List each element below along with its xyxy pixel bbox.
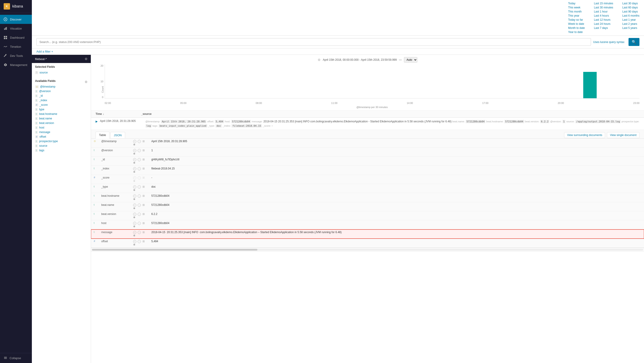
time-week-to-date[interactable]: Week to date [568, 22, 585, 25]
search-input[interactable] [36, 38, 591, 46]
field-name-message[interactable]: message [39, 131, 50, 134]
time-last-7d[interactable]: Last 7 days [594, 26, 613, 29]
sidebar-item-management[interactable]: Management [0, 60, 32, 69]
field-name-beat-name[interactable]: beat.name [39, 117, 52, 120]
field-name-type[interactable]: type [39, 108, 44, 111]
field-name-timestamp[interactable]: @timestamp [40, 85, 56, 88]
sidebar-item-devtools[interactable]: Dev Tools [0, 51, 32, 60]
field-name-id[interactable]: _id [39, 94, 43, 97]
exists-filter-icon[interactable]: ✱ [133, 207, 136, 210]
filter-minus-icon[interactable]: − [138, 204, 141, 207]
time-today-so-far[interactable]: Today so far [568, 18, 585, 21]
column-toggle-icon[interactable]: ⊞ [142, 203, 145, 207]
filter-minus-icon[interactable]: − [138, 185, 141, 189]
filter-minus-icon[interactable]: − [138, 176, 141, 179]
column-toggle-icon[interactable]: ⊞ [142, 149, 145, 152]
exists-filter-icon[interactable]: ✱ [133, 143, 136, 146]
chart-settings-button[interactable]: ⚙ [318, 58, 321, 62]
filter-minus-icon[interactable]: − [138, 158, 141, 161]
exists-filter-icon[interactable]: ✱ [133, 216, 136, 219]
column-toggle-icon[interactable]: ⊞ [142, 231, 145, 234]
filter-plus-icon[interactable]: + [133, 176, 136, 179]
field-name-tags[interactable]: tags [39, 149, 44, 152]
field-name-source[interactable]: source [39, 144, 47, 147]
search-button[interactable]: 🔍 [628, 38, 640, 46]
sidebar-item-timelion[interactable]: Timelion [0, 42, 32, 51]
column-toggle-icon[interactable]: ⊞ [142, 212, 145, 216]
exists-filter-icon[interactable]: ✱ [133, 198, 136, 201]
filter-plus-icon[interactable]: + [133, 149, 136, 152]
scrollbar-track[interactable] [92, 249, 643, 251]
exists-filter-icon[interactable]: ✱ [133, 179, 136, 183]
time-last-5y[interactable]: Last 5 years [622, 26, 640, 29]
filter-minus-icon[interactable]: − [138, 140, 141, 143]
collapse-button[interactable]: Collapse [4, 356, 28, 360]
column-toggle-icon[interactable]: ⊞ [142, 222, 145, 225]
filter-plus-icon[interactable]: + [133, 213, 136, 216]
exists-filter-icon[interactable]: ✱ [133, 234, 136, 237]
column-toggle-icon[interactable]: ⊞ [142, 176, 145, 179]
filter-plus-icon[interactable]: + [133, 167, 136, 170]
time-last-1y[interactable]: Last 1 year [622, 18, 640, 21]
filter-minus-icon[interactable]: − [138, 240, 141, 243]
tab-table[interactable]: Table [96, 132, 110, 138]
time-today[interactable]: Today [568, 2, 585, 5]
filter-minus-icon[interactable]: − [138, 194, 141, 198]
filter-plus-icon[interactable]: + [133, 240, 136, 243]
view-surrounding-button[interactable]: View surrounding documents [564, 132, 605, 138]
column-toggle-icon[interactable]: ⊞ [142, 240, 145, 243]
horizontal-scrollbar[interactable] [91, 248, 644, 252]
time-this-week[interactable]: This week [568, 6, 585, 9]
time-last-2y[interactable]: Last 2 years [622, 22, 640, 25]
time-last-60d[interactable]: Last 60 days [622, 6, 640, 9]
col-time-header[interactable]: Time ↓ [96, 112, 141, 115]
sidebar-item-dashboard[interactable]: Dashboard [0, 33, 32, 42]
time-month-to-date[interactable]: Month to date [568, 26, 585, 29]
time-last-90d[interactable]: Last 90 days [622, 10, 640, 13]
view-single-button[interactable]: View single document [607, 132, 640, 138]
sidebar-item-discover[interactable]: Discover [0, 15, 32, 24]
time-this-month[interactable]: This month [568, 10, 585, 13]
field-name-beat-version[interactable]: beat.version [39, 121, 54, 125]
time-this-year[interactable]: This year [568, 14, 585, 17]
field-name-offset[interactable]: offset [40, 135, 46, 138]
available-fields-gear-button[interactable]: ⚙ [85, 80, 88, 84]
field-name-host[interactable]: host [39, 126, 44, 129]
field-name-score[interactable]: _score [40, 103, 48, 106]
field-name-version[interactable]: @version [39, 90, 51, 93]
time-year-to-date[interactable]: Year to date [568, 30, 585, 34]
filter-minus-icon[interactable]: − [138, 149, 141, 152]
exists-filter-icon[interactable]: ✱ [133, 225, 136, 228]
expand-button[interactable]: ▶ [96, 120, 98, 123]
filter-plus-icon[interactable]: + [133, 185, 136, 189]
time-last-15m[interactable]: Last 15 minutes [594, 2, 613, 5]
filter-minus-icon[interactable]: − [138, 222, 141, 225]
exists-filter-icon[interactable]: ✱ [133, 243, 136, 246]
time-last-6mo[interactable]: Last 6 months [622, 14, 640, 17]
field-name-index[interactable]: _index [39, 99, 47, 102]
filter-minus-icon[interactable]: − [138, 231, 141, 234]
selected-field-name[interactable]: source [40, 71, 48, 74]
field-name-prospector-type[interactable]: prospector.type [39, 140, 58, 143]
column-toggle-icon[interactable]: ⊞ [142, 158, 145, 161]
time-last-30d[interactable]: Last 30 days [622, 2, 640, 5]
tab-json[interactable]: JSON [110, 132, 125, 138]
exists-filter-icon[interactable]: ✱ [133, 152, 136, 155]
scrollbar-thumb[interactable] [92, 249, 257, 251]
filter-plus-icon[interactable]: + [133, 158, 136, 161]
filter-plus-icon[interactable]: + [133, 204, 136, 207]
time-last-1h[interactable]: Last 1 hour [594, 10, 613, 13]
exists-filter-icon[interactable]: ✱ [133, 170, 136, 174]
column-toggle-icon[interactable]: ⊞ [142, 167, 145, 170]
field-name-beat-hostname[interactable]: beat.hostname [39, 112, 57, 115]
column-toggle-icon[interactable]: ⊞ [142, 140, 145, 143]
chart-interval-select[interactable]: Auto [404, 57, 417, 62]
exists-filter-icon[interactable]: ✱ [133, 189, 136, 192]
filter-plus-icon[interactable]: + [133, 222, 136, 225]
add-filter-button[interactable]: Add a filter + [36, 50, 53, 53]
time-last-12h[interactable]: Last 12 hours [594, 18, 613, 21]
sidebar-item-visualize[interactable]: Visualize [0, 24, 32, 33]
filter-plus-icon[interactable]: + [133, 231, 136, 234]
exists-filter-icon[interactable]: ✱ [133, 161, 136, 164]
filter-minus-icon[interactable]: − [138, 167, 141, 170]
